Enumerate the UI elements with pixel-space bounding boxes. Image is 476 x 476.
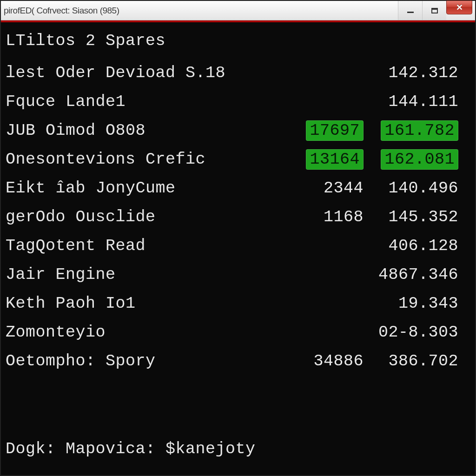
- row-label: JUB Oimod O808: [6, 121, 289, 140]
- highlight-value: 17697: [306, 120, 364, 141]
- titlebar: pirofED( Cofrvect: Siason (985) ✕: [1, 1, 475, 20]
- row-val-b: 02-8.303: [364, 323, 475, 342]
- footer-status: Dogk: Mapovica: $kanejoty: [6, 440, 256, 458]
- row-label: Onesontevions Crefic: [6, 150, 289, 169]
- data-row: Jair Engine 4867.346: [1, 260, 475, 289]
- row-val-a: 1168: [289, 208, 364, 226]
- data-row: Keth Paoh Io1 19.343: [1, 289, 475, 318]
- row-label: Keth Paoh Io1: [6, 294, 289, 313]
- row-label: gerOdo Ousclide: [6, 208, 289, 226]
- row-val-b: 145.352: [364, 208, 475, 226]
- row-val-a: 17697: [289, 120, 364, 141]
- row-val-a: 13164: [289, 149, 364, 170]
- maximize-icon: [431, 8, 438, 13]
- row-val-b: 144.111: [364, 93, 475, 111]
- row-label: Eikt îab JonyCume: [6, 179, 289, 198]
- highlight-value: 162.081: [381, 149, 458, 170]
- row-label: Fquce Lande1: [6, 93, 289, 111]
- row-val-b: 162.081: [364, 149, 475, 170]
- data-row: gerOdo Ousclide 1168 145.352: [1, 203, 475, 231]
- row-val-b: 142.312: [364, 64, 475, 82]
- highlight-value: 161.782: [381, 120, 458, 141]
- row-val-a: 34886: [289, 352, 364, 370]
- row-val-a: 2344: [289, 179, 364, 198]
- data-row: Oetompho: Spory 34886 386.702: [1, 347, 475, 376]
- row-label: TagQotent Read: [6, 237, 289, 255]
- row-val-b: 140.496: [364, 179, 475, 198]
- data-row: Eikt îab JonyCume 2344 140.496: [1, 174, 475, 203]
- data-row: lest Oder Devioad S.18 142.312: [1, 59, 475, 87]
- data-row: Onesontevions Crefic 13164 162.081: [1, 145, 475, 174]
- minimize-button[interactable]: [398, 1, 422, 20]
- row-label: Zomonteyio: [6, 323, 289, 342]
- row-val-b: 386.702: [364, 352, 475, 370]
- section-title: LTiltos 2 Spares: [1, 32, 475, 59]
- maximize-button[interactable]: [422, 1, 446, 20]
- app-window: pirofED( Cofrvect: Siason (985) ✕ LTilto…: [0, 0, 476, 476]
- window-controls: ✕: [398, 1, 475, 20]
- minimize-icon: [407, 12, 414, 13]
- row-val-b: 19.343: [364, 294, 475, 313]
- close-icon: ✕: [456, 2, 463, 13]
- row-val-b: 406.128: [364, 237, 475, 255]
- row-val-b: 161.782: [364, 120, 475, 141]
- data-row: TagQotent Read 406.128: [1, 231, 475, 260]
- row-label: Jair Engine: [6, 265, 289, 284]
- data-row: Zomonteyio 02-8.303: [1, 318, 475, 347]
- console-content: LTiltos 2 Spares lest Oder Devioad S.18 …: [1, 20, 475, 475]
- close-button[interactable]: ✕: [446, 0, 472, 14]
- data-row: JUB Oimod O808 17697 161.782: [1, 116, 475, 145]
- row-val-b: 4867.346: [364, 265, 475, 284]
- data-row: Fquce Lande1 144.111: [1, 87, 475, 116]
- window-title: pirofED( Cofrvect: Siason (985): [4, 6, 119, 16]
- row-label: Oetompho: Spory: [6, 352, 289, 370]
- row-label: lest Oder Devioad S.18: [6, 64, 289, 82]
- highlight-value: 13164: [306, 149, 364, 170]
